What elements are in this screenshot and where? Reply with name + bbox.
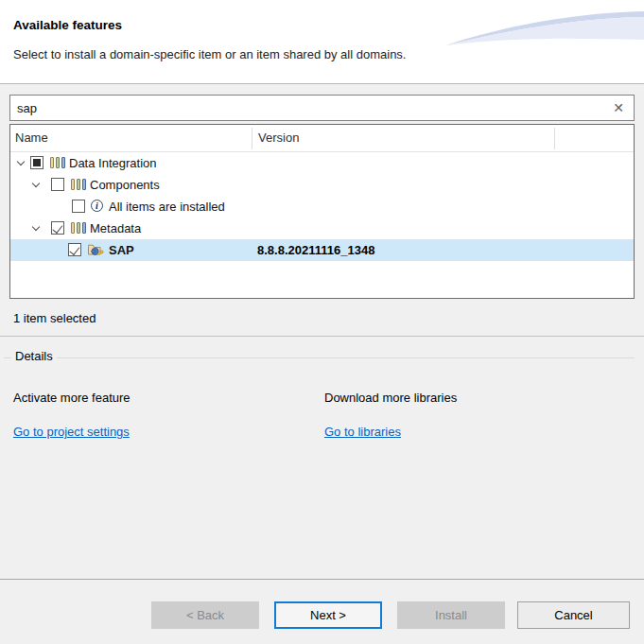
separator — [0, 336, 644, 337]
tree-item-label: All items are installed — [109, 200, 225, 214]
details-group-label: Details — [11, 349, 57, 363]
checkbox-all-items-installed[interactable] — [72, 200, 85, 213]
next-button[interactable]: Next > — [274, 601, 382, 629]
chevron-down-icon[interactable] — [32, 180, 40, 187]
checkbox-data-integration[interactable] — [30, 156, 44, 169]
column-header-version[interactable]: Version — [258, 131, 299, 145]
tree-item-label: Components — [90, 178, 160, 192]
tree-row-components[interactable]: Components — [10, 174, 634, 196]
download-libraries-heading: Download more libraries — [324, 391, 457, 405]
selection-count-status: 1 item selected — [13, 311, 96, 325]
wizard-banner: Available features Select to install a d… — [0, 0, 644, 84]
features-tree: Name Version Data Integration Components… — [9, 124, 635, 299]
tree-row-sap[interactable]: SAP 8.8.8.20211116_1348 — [10, 239, 634, 261]
chevron-down-icon[interactable] — [32, 223, 40, 231]
categories-icon — [71, 222, 86, 234]
version-cell: 8.8.8.20211116_1348 — [257, 243, 374, 257]
categories-icon — [50, 157, 65, 168]
tree-row-all-items-installed[interactable]: All items are installed — [10, 196, 634, 218]
column-divider — [554, 128, 555, 149]
banner-swoosh-decoration — [445, 0, 644, 57]
clear-search-icon[interactable]: ✕ — [610, 99, 627, 116]
tree-column-header: Name Version — [10, 125, 634, 152]
separator — [0, 579, 644, 580]
checkbox-sap[interactable] — [68, 243, 81, 256]
activate-feature-heading: Activate more feature — [13, 391, 131, 405]
search-input[interactable] — [10, 96, 634, 120]
column-header-name[interactable]: Name — [15, 131, 48, 145]
chevron-down-icon[interactable] — [17, 158, 25, 165]
checkbox-components[interactable] — [51, 178, 64, 191]
feature-filter-field: ✕ — [9, 95, 635, 121]
column-divider — [252, 128, 252, 149]
page-title: Available features — [13, 18, 122, 32]
categories-icon — [71, 179, 86, 190]
cancel-button[interactable]: Cancel — [517, 601, 630, 629]
sap-metadata-icon — [87, 242, 104, 257]
page-subtitle: Select to install a domain-specific item… — [13, 47, 406, 61]
tree-row-metadata[interactable]: Metadata — [10, 218, 634, 239]
tree-item-label: Metadata — [90, 221, 141, 235]
go-to-project-settings-link[interactable]: Go to project settings — [13, 425, 130, 439]
install-button: Install — [397, 601, 505, 629]
tree-item-label: SAP — [109, 243, 134, 257]
available-features-dialog: Available features Select to install a d… — [0, 0, 644, 644]
details-group-border — [4, 357, 635, 358]
checkbox-metadata[interactable] — [51, 221, 64, 235]
tree-item-label: Data Integration — [69, 156, 157, 170]
go-to-libraries-link[interactable]: Go to libraries — [324, 425, 401, 439]
info-icon — [91, 200, 103, 212]
tree-row-data-integration[interactable]: Data Integration — [10, 152, 634, 174]
back-button: < Back — [151, 601, 259, 629]
